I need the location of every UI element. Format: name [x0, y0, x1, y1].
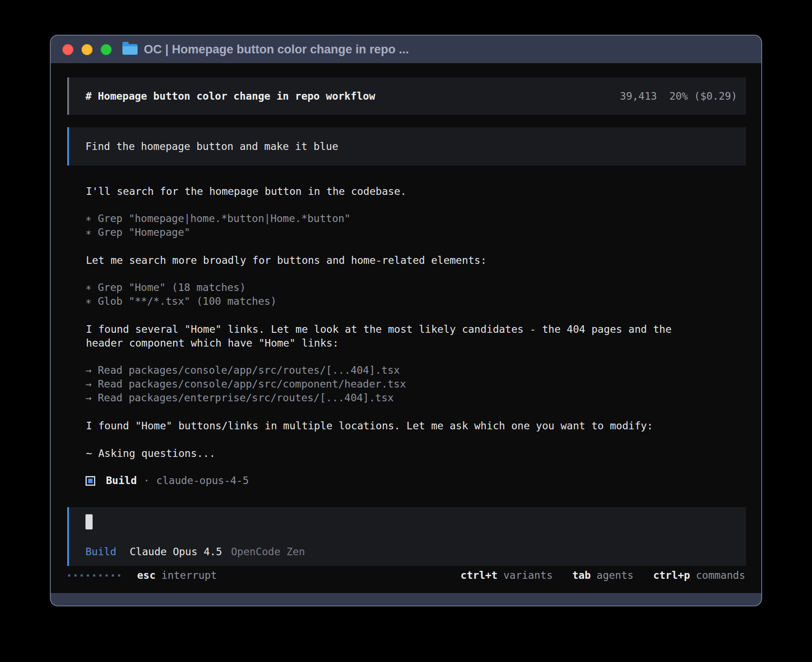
progress-spinner: [68, 574, 120, 577]
transcript-line: → Read packages/enterprise/src/routes/[.…: [85, 391, 746, 405]
transcript-line: [85, 239, 746, 253]
spinner-dot: [106, 574, 108, 577]
transcript-line: [85, 308, 746, 322]
text-cursor: [85, 514, 93, 529]
transcript-line: I found several "Home" links. Let me loo…: [85, 322, 97, 336]
minimize-window-button[interactable]: [81, 44, 93, 55]
transcript-line: → Read packages/console/app/src/componen…: [85, 377, 746, 391]
agent-model: claude-opus-4-5: [156, 474, 249, 488]
folder-icon: [122, 44, 138, 55]
spinner-dot: [68, 574, 70, 577]
assistant-transcript: I'll search for the homepage button in t…: [67, 184, 746, 460]
transcript-line: I found "Home" buttons/links in multiple…: [85, 419, 97, 432]
transcript-line: I'll search for the homepage button in t…: [85, 184, 97, 198]
spinner-dot: [81, 574, 83, 577]
agent-status-line: Build · claude-opus-4-5: [67, 474, 746, 488]
spinner-dot: [99, 574, 102, 577]
transcript-line: [85, 432, 746, 446]
transcript-line: ~ Asking questions...: [85, 446, 97, 460]
shortcut-hint: ctrl+tvariants: [461, 569, 553, 582]
interrupt-key: esc: [137, 569, 156, 582]
shortcut-key: tab: [572, 569, 591, 582]
transcript-line: → Read packages/console/app/src/routes/[…: [85, 363, 746, 377]
prompt-input[interactable]: Build Claude Opus 4.5 OpenCode Zen: [67, 507, 746, 566]
transcript-line: [85, 267, 746, 281]
user-message: Find the homepage button and make it blu…: [67, 127, 746, 166]
transcript-line: ∗ Glob "**/*.tsx" (100 matches): [85, 295, 746, 308]
shortcut-label: commands: [696, 569, 745, 582]
build-agent-icon: [85, 476, 95, 486]
zoom-window-button[interactable]: [101, 44, 112, 55]
shortcut-hint: ctrl+pcommands: [653, 569, 745, 582]
shortcut-key: ctrl+t: [461, 569, 498, 582]
transcript-line: ∗ Grep "Homepage": [85, 226, 746, 239]
spinner-dot: [74, 574, 77, 577]
transcript-line: [85, 198, 746, 212]
input-mode-label: Build: [85, 545, 116, 559]
agent-separator: ·: [143, 474, 150, 488]
interrupt-hint: esc interrupt: [137, 569, 217, 582]
user-message-text: Find the homepage button and make it blu…: [85, 140, 338, 153]
shortcut-hints: ctrl+tvariantstabagentsctrl+pcommands: [461, 569, 745, 582]
input-model-label: Claude Opus 4.5: [130, 545, 222, 559]
spinner-dot: [118, 574, 120, 577]
transcript-line: [85, 350, 746, 363]
transcript-line: [85, 405, 746, 419]
spinner-dot: [87, 574, 89, 577]
context-cost: 20% ($0.29): [670, 89, 737, 103]
spinner-dot: [93, 574, 95, 577]
shortcut-label: variants: [503, 569, 553, 582]
close-window-button[interactable]: [62, 44, 73, 55]
window-title: OC | Homepage button color change in rep…: [144, 43, 409, 57]
terminal-window: OC | Homepage button color change in rep…: [50, 35, 762, 606]
transcript-line: Let me search more broadly for buttons a…: [85, 253, 97, 267]
window-controls: [62, 44, 112, 55]
status-bar: esc interrupt ctrl+tvariantstabagentsctr…: [67, 569, 746, 584]
input-provider-label: OpenCode Zen: [231, 545, 305, 559]
spinner-dot: [112, 574, 114, 577]
shortcut-key: ctrl+p: [653, 569, 690, 582]
session-title: # Homepage button color change in repo w…: [85, 89, 375, 103]
interrupt-label: interrupt: [162, 569, 217, 582]
transcript-line: ∗ Grep "homepage|home.*button|Home.*butt…: [85, 212, 746, 226]
session-stats: 39,413 20% ($0.29): [620, 89, 737, 103]
token-count: 39,413: [620, 89, 657, 103]
window-titlebar[interactable]: OC | Homepage button color change in rep…: [51, 36, 761, 63]
transcript-line: ∗ Grep "Home" (18 matches): [85, 281, 746, 295]
agent-name: Build: [106, 474, 137, 488]
terminal-content: # Homepage button color change in repo w…: [51, 63, 761, 593]
session-header: # Homepage button color change in repo w…: [67, 77, 746, 115]
shortcut-hint: tabagents: [572, 569, 633, 582]
shortcut-label: agents: [597, 569, 633, 582]
transcript-line: header component which have "Home" links…: [85, 336, 97, 350]
input-footer: Build Claude Opus 4.5 OpenCode Zen: [85, 545, 733, 559]
